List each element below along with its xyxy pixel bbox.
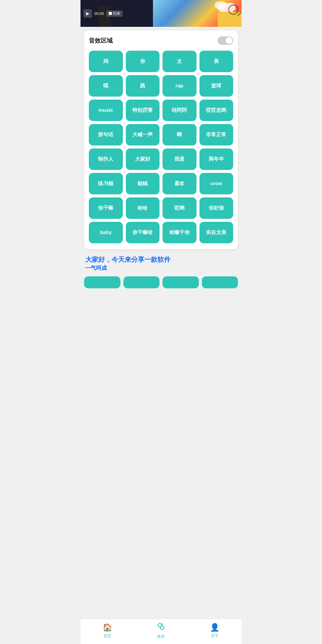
- bottom-nav: 🏠 首页 更多 👤 关于: [80, 619, 242, 644]
- sound-btn-chang[interactable]: 唱: [89, 75, 123, 97]
- sound-btn-dahan[interactable]: 大喊一声: [126, 124, 160, 145]
- sound-btn-shizaitaimei[interactable]: 实在太美: [199, 222, 233, 243]
- sound-btn-kunkun[interactable]: 鲲鲲: [126, 173, 160, 194]
- subtitle-line1: 大家好，今天来分享一款软件: [85, 255, 237, 264]
- sound-btn-nihaofan[interactable]: 你好烦: [199, 197, 233, 219]
- sound-btn-ji[interactable]: 鸡: [89, 51, 123, 72]
- sound-btn-zhizuoren[interactable]: 制作人: [89, 148, 123, 170]
- sound-btn-lianxikun[interactable]: 练习鲲: [89, 173, 123, 194]
- bottom-partial-buttons: [84, 276, 238, 288]
- sound-btn-music[interactable]: music: [89, 100, 123, 121]
- sound-btn-niganna[interactable]: 你干嘛: [89, 197, 123, 219]
- partial-btn-4[interactable]: [202, 276, 238, 288]
- subtitle-bar: 大家好，今天来分享一款软件 一气呵成: [84, 253, 238, 274]
- sound-btn-a[interactable]: 啊: [162, 124, 196, 145]
- partial-btn-2[interactable]: [123, 276, 160, 288]
- sound-btn-aiaihu[interactable]: 哎哎忽哟: [199, 100, 233, 121]
- sound-btn-haha[interactable]: 哈哈: [126, 197, 160, 219]
- sound-btn-tiao[interactable]: 跳: [126, 75, 160, 97]
- stop-icon: [109, 12, 112, 15]
- sound-btn-tai[interactable]: 太: [162, 51, 196, 72]
- home-icon: 🏠: [103, 623, 112, 632]
- nav-home[interactable]: 🏠 首页: [80, 623, 134, 639]
- sound-btn-liangnianban[interactable]: 两年半: [199, 148, 233, 170]
- sound-btn-lanqiu[interactable]: 篮球: [199, 75, 233, 97]
- end-badge[interactable]: 结束: [106, 10, 123, 17]
- sound-btn-najuhua[interactable]: 那句话: [89, 124, 123, 145]
- sound-btn-feichang[interactable]: 非常正常: [199, 124, 233, 145]
- sound-btn-nigannaha[interactable]: 你干嘛哈: [126, 222, 160, 243]
- subtitle-line2: 一气呵成: [85, 264, 237, 272]
- sound-button-grid: 鸡 你 太 美 唱 跳 rap 篮球 music 特别厉害 哇阿阿 哎哎忽哟 那…: [89, 51, 233, 243]
- nav-more[interactable]: 更多: [134, 622, 188, 639]
- time-display: 00:00: [94, 11, 104, 16]
- nav-about-label: 关于: [211, 633, 219, 639]
- sound-btn-baby[interactable]: baby: [89, 222, 123, 243]
- sound-btn-ni[interactable]: 你: [126, 51, 160, 72]
- sound-btn-mei[interactable]: 美: [199, 51, 233, 72]
- card-header: 音效区域: [89, 36, 233, 45]
- nav-about[interactable]: 👤 关于: [188, 623, 242, 639]
- sound-effect-card: 音效区域 鸡 你 太 美 唱 跳 rap 篮球 music 特别厉害 哇阿阿 哎…: [84, 30, 238, 249]
- sound-btn-tebie[interactable]: 特别厉害: [126, 100, 160, 121]
- video-controls[interactable]: ▶ 00:00 结束: [83, 9, 123, 18]
- sound-btn-crow[interactable]: crow: [199, 173, 233, 194]
- about-icon: 👤: [210, 623, 219, 632]
- sound-btn-dajiahao[interactable]: 大家好: [126, 148, 160, 170]
- card-title: 音效区域: [89, 37, 113, 45]
- nav-more-label: 更多: [157, 634, 165, 639]
- end-label: 结束: [113, 11, 120, 16]
- sound-btn-wa[interactable]: 哇阿阿: [162, 100, 196, 121]
- nav-home-label: 首页: [103, 633, 111, 639]
- video-right-panel: [153, 0, 242, 27]
- svg-point-1: [160, 626, 164, 629]
- video-header: ▶ 00:00 结束: [80, 0, 242, 27]
- sound-btn-hamagan[interactable]: 哈嘛干你: [162, 222, 196, 243]
- more-icon: [157, 622, 165, 633]
- sound-btn-woshi[interactable]: 我是: [162, 148, 196, 170]
- partial-btn-3[interactable]: [162, 276, 199, 288]
- sound-btn-aiyo[interactable]: 哎哟: [162, 197, 196, 219]
- play-icon[interactable]: ▶: [83, 9, 92, 18]
- sound-btn-rap[interactable]: rap: [162, 75, 196, 97]
- partial-btn-1[interactable]: [84, 276, 120, 288]
- sound-effect-toggle[interactable]: [218, 36, 233, 45]
- sound-btn-xihuan[interactable]: 喜欢: [162, 173, 196, 194]
